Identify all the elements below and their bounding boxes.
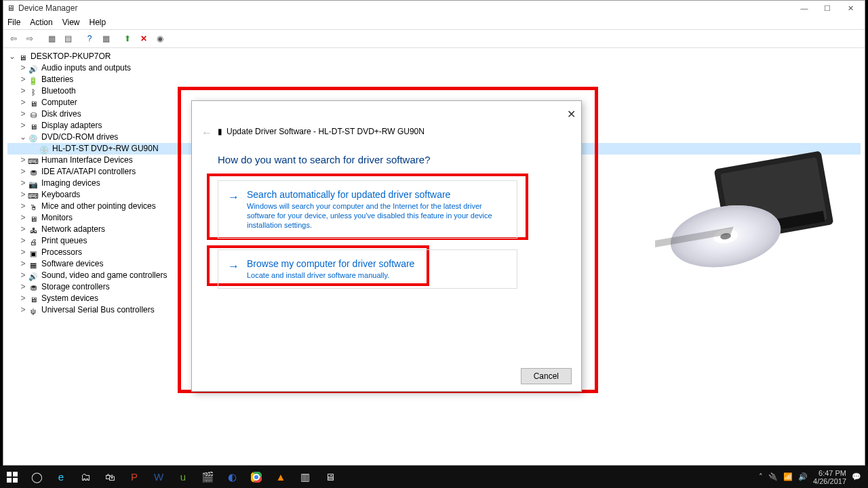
maximize-button[interactable]: ☐ <box>816 1 839 15</box>
menu-action[interactable]: Action <box>30 18 52 27</box>
dvd-drive-image <box>655 144 845 293</box>
arrow-right-icon: → <box>228 260 239 273</box>
chevron-icon[interactable]: > <box>18 247 28 258</box>
option-search-automatically[interactable]: → Search automatically for updated drive… <box>218 180 517 239</box>
word-icon[interactable]: W <box>146 466 171 488</box>
scan-hardware-button[interactable]: ◉ <box>153 31 167 46</box>
scan-button[interactable]: ▦ <box>98 31 113 46</box>
time: 6:47 PM <box>813 469 846 477</box>
minimize-button[interactable]: — <box>793 1 816 15</box>
chevron-icon[interactable]: > <box>18 97 28 108</box>
tree-item-label: HL-DT-ST DVD+-RW GU90N <box>52 143 159 155</box>
device-icon: 🖥 <box>28 214 39 223</box>
device-icon: ᛒ <box>28 87 39 96</box>
option-browse-computer[interactable]: → Browse my computer for driver software… <box>218 249 517 289</box>
cancel-button[interactable]: Cancel <box>521 368 572 384</box>
device-manager-taskbar-icon[interactable]: 🖥 <box>317 466 342 488</box>
panel-icon[interactable]: ▥ <box>293 466 317 488</box>
device-icon: ψ <box>28 306 39 315</box>
tree-item-label: Disk drives <box>41 108 81 120</box>
help-button[interactable]: ? <box>82 31 97 46</box>
dialog-back-button[interactable]: ← <box>201 127 212 139</box>
chevron-down-icon[interactable]: ⌄ <box>7 51 17 62</box>
show-hidden-button[interactable]: ▦ <box>44 31 59 46</box>
tree-item[interactable]: >🔊Audio inputs and outputs <box>7 62 861 74</box>
tree-item-label: Keyboards <box>41 189 80 201</box>
device-icon: 🔊 <box>28 64 39 73</box>
chevron-icon[interactable]: > <box>18 178 28 189</box>
tree-item-label: Human Interface Devices <box>41 155 133 166</box>
tree-item-label: Computer <box>41 97 77 108</box>
chevron-icon[interactable]: > <box>18 281 28 293</box>
start-button[interactable] <box>0 466 24 488</box>
tree-item[interactable]: >🔋Batteries <box>7 74 861 85</box>
chevron-icon[interactable]: ⌄ <box>18 131 28 143</box>
tree-item-label: IDE ATA/ATAPI controllers <box>41 166 136 178</box>
menu-help[interactable]: Help <box>90 18 106 27</box>
powerpoint-icon[interactable]: P <box>122 466 146 488</box>
chevron-icon[interactable]: > <box>18 235 28 247</box>
chevron-icon[interactable]: > <box>18 212 28 224</box>
cortana-button[interactable]: ◯ <box>24 466 49 488</box>
tree-item-label: Processors <box>41 247 82 258</box>
taskbar: ◯ e 🗂 🛍 P W u 🎬 ◐ ▲ ▥ 🖥 ˄ 🔌 📶 🔊 6:47 PM … <box>0 466 868 488</box>
app-icon-2[interactable]: ◐ <box>220 466 244 488</box>
chevron-icon[interactable]: > <box>18 258 28 270</box>
option1-title: Search automatically for updated driver … <box>247 189 507 200</box>
notifications-icon[interactable]: 💬 <box>852 472 861 481</box>
chevron-icon[interactable]: > <box>18 201 28 212</box>
clock[interactable]: 6:47 PM 4/26/2017 <box>813 469 846 485</box>
forward-button[interactable]: ⇨ <box>22 31 37 46</box>
tray-up-icon[interactable]: ˄ <box>759 472 763 481</box>
chevron-icon[interactable]: > <box>18 108 28 120</box>
device-icon: 🖥 <box>28 98 39 108</box>
tree-item-label: Mice and other pointing devices <box>41 201 156 212</box>
device-icon: ⛃ <box>28 283 39 292</box>
properties-button[interactable]: ▤ <box>60 31 75 46</box>
power-icon[interactable]: 🔌 <box>768 472 778 481</box>
device-icon: 📷 <box>28 179 39 188</box>
chevron-icon[interactable]: > <box>18 155 28 166</box>
close-button[interactable]: ✕ <box>839 1 862 15</box>
tree-item-label: Display adapters <box>41 120 102 131</box>
menu-file[interactable]: File <box>7 18 20 27</box>
chevron-icon[interactable]: > <box>18 85 28 97</box>
chevron-icon[interactable]: > <box>18 120 28 131</box>
volume-icon[interactable]: 🔊 <box>798 472 808 481</box>
wifi-icon[interactable]: 📶 <box>783 472 793 481</box>
menu-view[interactable]: View <box>62 18 80 27</box>
window-title: Device Manager <box>18 3 77 13</box>
device-icon: ⌨ <box>28 156 39 165</box>
edge-icon[interactable]: e <box>49 466 73 488</box>
chevron-icon[interactable]: > <box>18 189 28 201</box>
menubar: File Action View Help <box>3 16 865 29</box>
tree-item-label: Print queues <box>41 235 87 247</box>
chevron-icon[interactable]: > <box>18 270 28 281</box>
tree-root[interactable]: ⌄ 🖥 DESKTOP-PKUP7OR <box>7 51 861 62</box>
tree-item-label: Universal Serial Bus controllers <box>41 304 155 316</box>
dialog-close-button[interactable]: ✕ <box>567 108 576 121</box>
store-icon[interactable]: 🛍 <box>98 466 122 488</box>
chevron-icon[interactable]: > <box>18 304 28 316</box>
chevron-icon[interactable]: > <box>18 62 28 74</box>
chevron-icon[interactable]: > <box>18 224 28 235</box>
svg-rect-9 <box>13 472 18 476</box>
chevron-icon[interactable]: > <box>18 166 28 178</box>
titlebar: 🖥 Device Manager — ☐ ✕ <box>3 1 865 16</box>
uninstall-button[interactable]: ✕ <box>136 31 151 46</box>
chrome-icon[interactable] <box>244 466 269 488</box>
app-icon-1[interactable]: u <box>171 466 195 488</box>
chevron-icon[interactable]: > <box>18 74 28 85</box>
vlc-icon[interactable]: ▲ <box>269 466 293 488</box>
explorer-icon[interactable]: 🗂 <box>73 466 98 488</box>
date: 4/26/2017 <box>813 477 846 485</box>
option1-desc: Windows will search your computer and th… <box>247 201 507 230</box>
tree-item-label: Bluetooth <box>41 85 76 97</box>
device-icon: ⛃ <box>28 167 39 177</box>
system-tray[interactable]: ˄ 🔌 📶 🔊 6:47 PM 4/26/2017 💬 <box>759 469 868 485</box>
update-driver-button[interactable]: ⬆ <box>120 31 135 46</box>
chevron-icon[interactable]: > <box>18 293 28 304</box>
movie-maker-icon[interactable]: 🎬 <box>195 466 220 488</box>
back-button[interactable]: ⇦ <box>6 31 21 46</box>
update-driver-dialog: ✕ ← ▮ Update Driver Software - HL-DT-ST … <box>191 100 582 392</box>
